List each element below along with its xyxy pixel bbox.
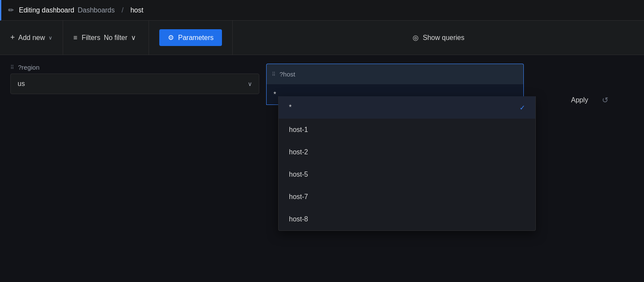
region-select[interactable]: us ∨ <box>10 74 259 94</box>
dropdown-item-label: host-8 <box>289 215 308 223</box>
host-param-name: ?host <box>279 70 295 78</box>
show-queries-section: ◎ Show queries <box>233 21 644 55</box>
breadcrumb-dashboards[interactable]: Dashboards <box>78 6 115 14</box>
gear-icon: ⚙ <box>168 34 174 42</box>
dropdown-item[interactable]: host-7 <box>279 186 535 208</box>
filter-icon: ≡ <box>73 34 77 42</box>
content-area: ⠿ ?region us ∨ ⠿ ?host Apply ↺ *✓ho <box>0 55 644 113</box>
dropdown-item[interactable]: host-1 <box>279 119 535 141</box>
add-new-button[interactable]: + Add new ∨ <box>10 33 52 42</box>
dropdown-item-label: host-1 <box>289 126 308 134</box>
host-dropdown: *✓host-1host-2host-5host-7host-8 <box>278 96 536 231</box>
no-filter-button[interactable]: No filter ∨ <box>104 34 136 42</box>
region-chevron-icon: ∨ <box>248 80 252 87</box>
check-icon: ✓ <box>519 104 525 112</box>
filters-section: ≡ Filters No filter ∨ <box>63 21 149 55</box>
host-drag-icon: ⠿ <box>272 71 276 77</box>
apply-section: Apply ↺ <box>564 93 610 107</box>
parameters-section: ⚙ Parameters <box>149 21 233 55</box>
edit-icon: ✏ <box>8 6 14 14</box>
editing-dashboard-title: Editing dashboard <box>19 6 74 14</box>
no-filter-chevron-icon: ∨ <box>131 34 136 42</box>
add-new-section: + Add new ∨ <box>0 21 63 55</box>
region-drag-icon: ⠿ <box>10 64 15 70</box>
apply-button[interactable]: Apply <box>564 93 595 107</box>
filters-label: Filters <box>82 34 100 42</box>
region-value: us <box>18 80 25 88</box>
no-filter-label: No filter <box>104 34 128 42</box>
add-new-label: Add new <box>18 34 45 42</box>
region-param-name: ?region <box>18 64 39 71</box>
region-param: ⠿ ?region us ∨ <box>10 64 259 94</box>
dropdown-item-label: * <box>289 104 292 111</box>
dropdown-item-label: host-2 <box>289 148 308 156</box>
dropdown-item[interactable]: host-8 <box>279 208 535 230</box>
dropdown-item[interactable]: host-5 <box>279 163 535 186</box>
breadcrumb-separator: / <box>122 6 123 14</box>
plus-icon: + <box>10 33 15 42</box>
dropdown-item-label: host-7 <box>289 193 308 201</box>
dropdown-item[interactable]: *✓ <box>279 96 535 119</box>
toolbar: + Add new ∨ ≡ Filters No filter ∨ ⚙ Para… <box>0 21 644 55</box>
top-bar: ✏ Editing dashboard Dashboards / host <box>0 0 644 21</box>
show-queries-label: Show queries <box>423 34 465 42</box>
parameters-button[interactable]: ⚙ Parameters <box>159 29 222 46</box>
parameters-label: Parameters <box>178 34 214 42</box>
filters-button[interactable]: ≡ Filters <box>73 34 100 42</box>
host-header: ⠿ ?host <box>266 64 524 84</box>
breadcrumb-current: host <box>131 6 143 14</box>
refresh-button[interactable]: ↺ <box>600 94 610 107</box>
show-queries-button[interactable]: ◎ Show queries <box>413 34 465 42</box>
dropdown-item-label: host-5 <box>289 171 308 178</box>
region-label: ⠿ ?region <box>10 64 259 71</box>
eye-icon: ◎ <box>413 34 419 42</box>
dropdown-item[interactable]: host-2 <box>279 141 535 163</box>
add-new-chevron-icon: ∨ <box>49 35 52 41</box>
